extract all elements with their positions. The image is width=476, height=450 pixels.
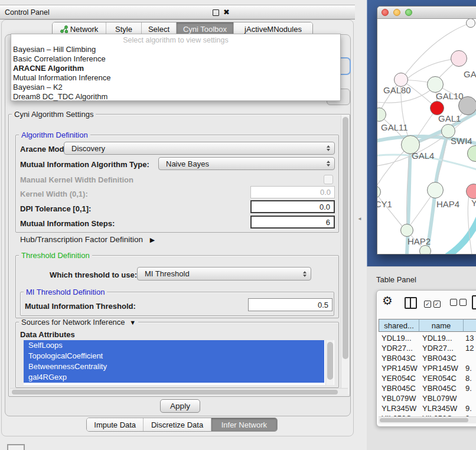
table-row[interactable]: YBR043CYBR043C <box>379 353 476 363</box>
table-cell[interactable]: YBR043C <box>379 353 419 363</box>
table-row[interactable]: YLR345WYLR345W9. <box>379 403 476 413</box>
minimize-traffic-light[interactable] <box>393 9 400 16</box>
algorithm-dropdown[interactable]: Select algorithm to view settings Bayesi… <box>11 34 341 101</box>
table-cell[interactable]: YBL079W <box>419 393 464 403</box>
algorithm-option[interactable]: Basic Correlation Inference <box>11 54 340 64</box>
which-threshold-label: Which threshold to use: <box>50 270 137 279</box>
table-cell[interactable]: YDR27... <box>379 343 419 353</box>
mi-algorithm-type-combo[interactable]: Naive Bayes <box>158 157 335 170</box>
table-cell[interactable]: YBR045C <box>379 383 419 393</box>
settings-hscroll-thumb[interactable] <box>12 390 338 394</box>
network-canvas[interactable]: GALGAL80GAL10GAL1GAL11SWI4GAL4GCY1HAP4YH… <box>377 19 476 255</box>
settings-vscroll-thumb[interactable] <box>343 117 348 359</box>
mi-algorithm-type-value: Naive Bayes <box>166 159 209 168</box>
attribute-list-item[interactable]: TopologicalCoefficient <box>24 351 324 361</box>
table-hscroll-thumb[interactable] <box>380 418 468 422</box>
manual-kernel-checkbox[interactable] <box>324 175 333 184</box>
algorithm-option[interactable]: ARACNE Algorithm <box>11 64 340 73</box>
algorithm-option[interactable]: Dream8 DC_TDC Algorithm <box>11 92 340 102</box>
column-header-shared[interactable]: shared... <box>379 319 419 332</box>
table-cell[interactable]: 9. <box>464 403 476 413</box>
table-cell[interactable]: YDL19... <box>379 333 419 343</box>
minimized-panel-icon[interactable] <box>7 444 25 450</box>
tab-discretize-data[interactable]: Discretize Data <box>143 418 210 431</box>
table-row[interactable]: YPR145WYPR145W9. <box>379 363 476 373</box>
float-icon[interactable] <box>213 9 219 18</box>
table-row[interactable]: YDL19...YDL19...13 <box>379 333 476 343</box>
network-node-gal[interactable] <box>451 50 467 67</box>
table-cell[interactable]: 9. <box>464 383 476 393</box>
aracne-mode-combo[interactable]: Discovery <box>64 142 335 155</box>
table-cell[interactable]: YER054C <box>419 373 464 383</box>
network-node[interactable] <box>419 245 431 255</box>
mi-threshold-field[interactable]: 0.5 <box>248 298 332 311</box>
mi-steps-field[interactable]: 6 <box>250 216 335 229</box>
network-window-titlebar[interactable] <box>377 6 476 19</box>
network-node-gal10[interactable] <box>427 76 444 93</box>
network-node-label: GAL10 <box>436 91 464 101</box>
gear-icon[interactable]: ⚙ <box>382 294 393 308</box>
table-cell[interactable]: YLR345W <box>419 403 464 413</box>
close-traffic-light[interactable] <box>382 9 389 16</box>
algorithm-option[interactable]: Bayesian – K2 <box>11 83 340 92</box>
network-node[interactable] <box>458 96 476 115</box>
splitter-collapse-icon[interactable]: ◄ <box>357 216 362 221</box>
table-cell[interactable]: YBR043C <box>419 353 464 363</box>
threshold-definition-title: Threshold Definition <box>19 252 92 259</box>
attribute-list-item[interactable]: SelfLoops <box>24 340 324 351</box>
sheet-icon[interactable] <box>472 295 476 309</box>
attribute-list-item[interactable]: BetweennessCentrality <box>24 361 324 372</box>
algorithm-option[interactable]: Bayesian – Hill Climbing <box>11 45 340 54</box>
table-cell[interactable]: YDR27... <box>419 343 464 353</box>
attribute-list-item[interactable]: gal4RGexp <box>24 372 324 383</box>
settings-horizontal-scrollbar[interactable] <box>10 388 348 396</box>
table-cell[interactable]: YDL19... <box>419 333 464 343</box>
table-row[interactable]: YBR045CYBR045C9. <box>379 383 476 393</box>
table-cell[interactable]: YPR145W <box>419 363 464 373</box>
attributes-vertical-scrollbar[interactable] <box>325 340 334 385</box>
table-row[interactable]: YDR27...YDR27...12 <box>379 343 476 353</box>
table-cell[interactable]: 13 <box>464 333 476 343</box>
table-cell[interactable]: 8. <box>464 373 476 383</box>
kernel-width-field[interactable]: 0.0 <box>250 186 335 198</box>
table-cell[interactable]: 12 <box>464 343 476 353</box>
zoom-traffic-light[interactable] <box>405 9 412 16</box>
tab-infer-network[interactable]: Infer Network <box>211 418 277 431</box>
column-header-3[interactable] <box>464 319 476 332</box>
apply-button[interactable]: Apply <box>160 399 200 413</box>
table-row[interactable]: YER054CYER054C8. <box>379 373 476 383</box>
network-node-label: GAL1 <box>438 113 461 123</box>
table-cell[interactable]: YPR145W <box>379 363 419 373</box>
network-window[interactable]: GALGAL80GAL10GAL1GAL11SWI4GAL4GCY1HAP4YH… <box>377 6 476 255</box>
mi-algorithm-type-label: Mutual Information Algorithm Type: <box>20 160 149 169</box>
network-node-hap2[interactable] <box>400 224 413 237</box>
table-cell[interactable]: YER054C <box>379 373 419 383</box>
table-cell[interactable] <box>464 353 476 363</box>
select-all-checkboxes-icon[interactable]: ✓ ✓ <box>424 299 441 308</box>
attributes-vscroll-thumb[interactable] <box>327 342 333 380</box>
network-node-label: SWI4 <box>451 136 472 146</box>
sources-title[interactable]: Sources for Network Inference ▼ <box>19 318 138 327</box>
table-cell[interactable]: YLR345W <box>379 403 419 413</box>
which-threshold-combo[interactable]: MI Threshold <box>137 267 311 281</box>
column-header-name[interactable]: name <box>419 319 464 332</box>
network-node-hap4[interactable] <box>427 182 444 198</box>
split-columns-icon[interactable] <box>405 297 417 309</box>
dpi-tolerance-field[interactable]: 0.0 <box>250 200 335 213</box>
table-cell[interactable]: YBL079W <box>379 393 419 403</box>
close-icon[interactable]: ✖ <box>223 8 230 16</box>
settings-vertical-scrollbar[interactable] <box>341 115 350 394</box>
tab-impute-data[interactable]: Impute Data <box>87 418 143 431</box>
algorithm-option[interactable]: Mutual Information Inference <box>11 73 340 83</box>
network-icon <box>60 25 68 33</box>
table-panel-body: ⚙ ✓ ✓ shared... name YDL19...YDL19...13Y… <box>376 290 476 427</box>
table-horizontal-scrollbar[interactable] <box>379 416 476 423</box>
table-cell[interactable]: YBR045C <box>419 383 464 393</box>
control-panel-title: Control Panel <box>5 8 50 17</box>
deselect-all-checkboxes-icon[interactable] <box>450 299 467 308</box>
table-row[interactable]: YBL079WYBL079W <box>379 393 476 403</box>
hub-definition-toggle[interactable]: Hub/Transcription Factor Definition ▶ <box>20 235 155 244</box>
data-attributes-list[interactable]: SelfLoopsTopologicalCoefficientBetweenne… <box>24 340 334 385</box>
table-cell[interactable]: 9. <box>464 363 476 373</box>
table-cell[interactable] <box>464 393 476 403</box>
